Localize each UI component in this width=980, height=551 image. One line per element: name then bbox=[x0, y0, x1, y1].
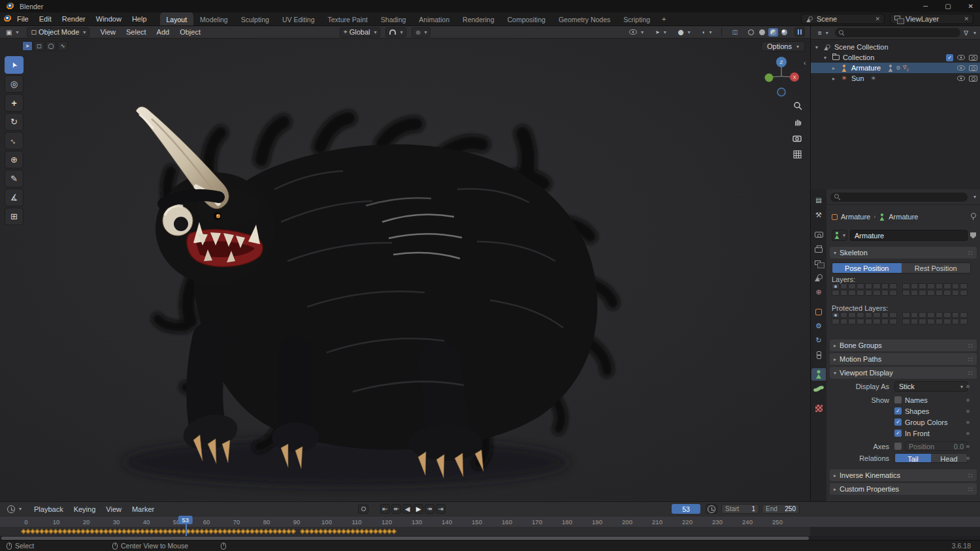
properties-tab-object[interactable] bbox=[811, 306, 826, 318]
workspace-tab-sculpting[interactable]: Sculpting bbox=[235, 12, 276, 25]
pause-button[interactable] bbox=[794, 27, 805, 37]
layer-cell[interactable] bbox=[832, 312, 840, 318]
add-workspace-button[interactable]: + bbox=[657, 12, 671, 25]
drag-handle-icon[interactable]: ∷ bbox=[968, 249, 973, 257]
proportional-editing-toggle[interactable]: ◎ ▾ bbox=[412, 27, 431, 37]
outliner-row-collection[interactable]: ▾Collection✓ bbox=[811, 52, 980, 63]
menu-edit[interactable]: Edit bbox=[34, 14, 57, 24]
layer-cell[interactable] bbox=[936, 312, 943, 318]
layer-cell[interactable] bbox=[927, 290, 935, 296]
layer-cell[interactable] bbox=[943, 290, 951, 296]
zoom-button[interactable] bbox=[791, 99, 804, 112]
disable-in-renders-icon[interactable] bbox=[969, 65, 977, 71]
fake-user-icon[interactable] bbox=[970, 232, 976, 239]
layer-cell[interactable] bbox=[911, 312, 919, 318]
mode-selector[interactable]: ▢ Object Mode ▾ bbox=[27, 27, 90, 37]
viewlayer-selector[interactable]: ViewLayer ✕ bbox=[890, 14, 973, 24]
datablock-selector[interactable]: ▾ bbox=[832, 230, 847, 241]
chevron-down-icon[interactable]: ▾ bbox=[973, 30, 976, 36]
properties-tab-world[interactable]: ⊕ bbox=[811, 286, 826, 298]
pin-icon[interactable] bbox=[970, 213, 976, 221]
keyframe-diamond[interactable] bbox=[291, 529, 296, 534]
pose-position-button[interactable]: Pose Position bbox=[832, 263, 902, 273]
workspace-tab-animation[interactable]: Animation bbox=[412, 12, 456, 25]
workspace-tab-scripting[interactable]: Scripting bbox=[617, 12, 657, 25]
layer-cell[interactable] bbox=[952, 290, 960, 296]
timeline-menu-playback[interactable]: Playback bbox=[29, 504, 69, 514]
layer-cell[interactable] bbox=[911, 290, 919, 296]
minimize-button[interactable]: ─ bbox=[923, 3, 928, 10]
workspace-tab-compositing[interactable]: Compositing bbox=[501, 12, 552, 25]
section-custom-properties[interactable]: ▸Custom Properties∷ bbox=[830, 483, 977, 495]
properties-tab-object-data[interactable] bbox=[811, 368, 826, 381]
properties-tab-bone[interactable] bbox=[811, 383, 826, 395]
viewport-menu-add[interactable]: Add bbox=[152, 27, 175, 37]
tool-rotate[interactable]: ↻ bbox=[5, 113, 24, 131]
drag-handle-icon[interactable]: ∷ bbox=[968, 486, 973, 493]
select-lasso-button[interactable]: ∿ bbox=[57, 41, 68, 51]
collapse-icon[interactable]: ▾ bbox=[834, 370, 836, 376]
layer-cell[interactable] bbox=[960, 312, 968, 318]
properties-search-input[interactable] bbox=[830, 193, 968, 202]
workspace-tab-rendering[interactable]: Rendering bbox=[456, 12, 500, 25]
layer-cell[interactable] bbox=[832, 283, 840, 289]
menu-file[interactable]: File bbox=[12, 14, 34, 24]
tail-button[interactable]: Tail bbox=[895, 454, 931, 462]
viewport-menu-object[interactable]: Object bbox=[174, 27, 206, 37]
layer-cell[interactable] bbox=[943, 312, 951, 318]
section-viewport-display[interactable]: ▾ Viewport Display ∷ bbox=[830, 367, 977, 379]
properties-tab-scene[interactable] bbox=[811, 272, 826, 284]
layer-cell[interactable] bbox=[857, 312, 864, 318]
jump-to-start-button[interactable]: ⇤ bbox=[380, 504, 390, 514]
xray-toggle[interactable]: ◫ bbox=[728, 28, 741, 36]
section-bone-groups[interactable]: ▸Bone Groups∷ bbox=[830, 339, 977, 351]
layer-cell[interactable] bbox=[832, 290, 840, 296]
properties-tab-modifiers[interactable]: ⚙ bbox=[811, 320, 826, 332]
layer-cell[interactable] bbox=[960, 290, 968, 296]
animate-property-dot[interactable] bbox=[966, 457, 970, 460]
outliner-row-armature[interactable]: ▸Armature⚙∇2 bbox=[811, 63, 980, 73]
workspace-tab-modeling[interactable]: Modeling bbox=[193, 12, 235, 25]
collapse-icon[interactable]: ▾ bbox=[834, 250, 836, 256]
layer-cell[interactable] bbox=[865, 312, 873, 318]
show-hide-dropdown[interactable]: ▾ bbox=[626, 29, 647, 36]
expand-icon[interactable]: ▸ bbox=[834, 356, 836, 362]
tool-add-cube[interactable]: ⊞ bbox=[5, 208, 24, 225]
workspace-tab-texture-paint[interactable]: Texture Paint bbox=[321, 12, 374, 25]
axes-position-slider[interactable]: Position 0.0 bbox=[905, 441, 968, 451]
layer-cell[interactable] bbox=[919, 283, 926, 289]
timeline-menu-view[interactable]: View bbox=[101, 504, 127, 514]
layer-cell[interactable] bbox=[832, 319, 840, 324]
menu-help[interactable]: Help bbox=[127, 14, 152, 24]
layer-cell[interactable] bbox=[952, 312, 960, 318]
layer-cell[interactable] bbox=[943, 283, 951, 289]
layer-cell[interactable] bbox=[889, 290, 897, 296]
expand-icon[interactable]: ▸ bbox=[834, 486, 836, 492]
hide-in-viewport-icon[interactable] bbox=[957, 55, 965, 60]
tool-scale[interactable]: ↔ bbox=[5, 132, 24, 150]
menu-render[interactable]: Render bbox=[57, 14, 91, 24]
timeline-editor-selector[interactable]: ▾ bbox=[4, 505, 25, 514]
layer-cell[interactable] bbox=[881, 312, 889, 318]
layer-cell[interactable] bbox=[848, 319, 856, 324]
animate-property-dot[interactable] bbox=[966, 420, 970, 424]
layer-cell[interactable] bbox=[881, 283, 889, 289]
maximize-button[interactable]: ▢ bbox=[945, 3, 951, 10]
tool-transform[interactable]: ⊕ bbox=[5, 151, 24, 168]
head-button[interactable]: Head bbox=[931, 454, 967, 462]
checkbox-axes[interactable] bbox=[894, 443, 902, 450]
layer-cell[interactable] bbox=[960, 319, 968, 324]
layer-cell[interactable] bbox=[902, 319, 910, 324]
transform-orientation-dropdown[interactable]: ⌖ Global ▾ bbox=[340, 27, 380, 37]
toggle-ortho-button[interactable] bbox=[791, 148, 804, 161]
outliner-search-input[interactable] bbox=[835, 28, 960, 37]
disable-in-renders-icon[interactable] bbox=[969, 76, 977, 82]
outliner-row-sun[interactable]: ▸☀Sun☀ bbox=[811, 73, 980, 84]
animate-property-dot[interactable] bbox=[966, 445, 970, 449]
section-motion-paths[interactable]: ▸Motion Paths∷ bbox=[830, 353, 977, 365]
properties-tab-render[interactable] bbox=[811, 228, 826, 241]
checkbox-shapes[interactable]: ✓ bbox=[894, 407, 902, 415]
scene-selector[interactable]: Scene ✕ bbox=[801, 14, 885, 24]
shading-wireframe-button[interactable] bbox=[746, 28, 756, 37]
auto-keying-toggle[interactable] bbox=[358, 505, 368, 514]
